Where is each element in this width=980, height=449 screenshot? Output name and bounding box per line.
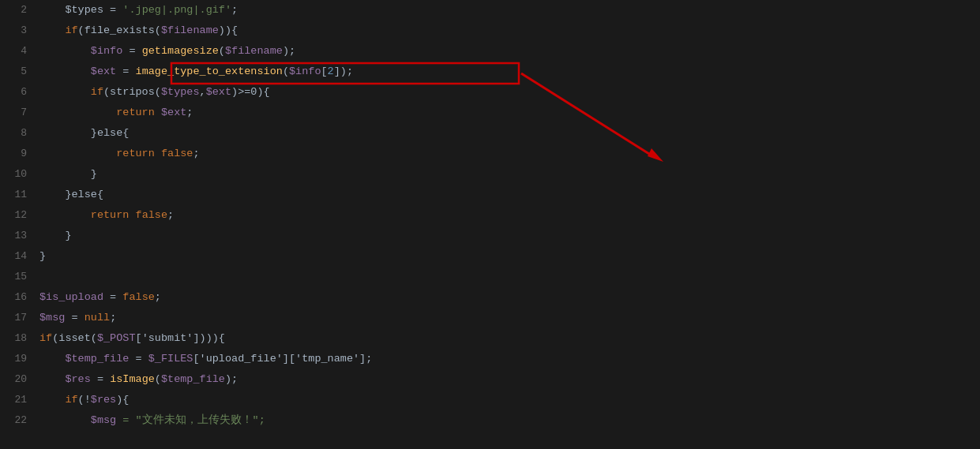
line-content: return false;	[39, 205, 174, 226]
code-lines: 2 $types = '.jpeg|.png|.gif';3 if(file_e…	[0, 0, 980, 431]
line-number: 17	[0, 308, 39, 328]
line-number: 8	[0, 123, 39, 144]
code-line: 19 $temp_file = $_FILES['upload_file']['…	[0, 349, 980, 369]
code-line: 12 return false;	[0, 205, 980, 226]
code-line: 17$msg = null;	[0, 308, 980, 328]
line-content: return false;	[39, 144, 200, 164]
line-content: }else{	[39, 123, 129, 144]
line-content: $info = getimagesize($filename);	[39, 41, 295, 62]
line-content	[39, 267, 46, 287]
line-number: 20	[0, 369, 39, 390]
line-number: 16	[0, 287, 39, 308]
code-line: 9 return false;	[0, 144, 980, 164]
code-line: 8 }else{	[0, 123, 980, 144]
code-line: 15	[0, 267, 980, 287]
code-line: 10 }	[0, 164, 980, 185]
line-number: 22	[0, 410, 39, 431]
line-content: $msg = "文件未知，上传失败！";	[39, 410, 265, 431]
line-content: $ext = image_type_to_extension($info[2])…	[39, 62, 353, 82]
line-number: 11	[0, 185, 39, 205]
line-content: $res = isImage($temp_file);	[39, 369, 238, 390]
code-line: 7 return $ext;	[0, 103, 980, 123]
line-content: if(!$res){	[39, 390, 129, 410]
line-number: 10	[0, 164, 39, 185]
line-number: 5	[0, 62, 39, 82]
line-content: }else{	[39, 185, 103, 205]
line-content: }	[39, 246, 46, 267]
line-number: 12	[0, 205, 39, 226]
line-content: $temp_file = $_FILES['upload_file']['tmp…	[39, 349, 372, 369]
line-number: 4	[0, 41, 39, 62]
line-number: 14	[0, 246, 39, 267]
line-content: }	[39, 226, 72, 246]
code-line: 22 $msg = "文件未知，上传失败！";	[0, 410, 980, 431]
code-line: 3 if(file_exists($filename)){	[0, 21, 980, 41]
line-number: 18	[0, 328, 39, 349]
line-number: 21	[0, 390, 39, 410]
line-content: $msg = null;	[39, 308, 116, 328]
code-line: 5 $ext = image_type_to_extension($info[2…	[0, 62, 980, 82]
code-line: 4 $info = getimagesize($filename);	[0, 41, 980, 62]
code-editor: 2 $types = '.jpeg|.png|.gif';3 if(file_e…	[0, 0, 980, 449]
line-number: 3	[0, 21, 39, 41]
code-line: 13 }	[0, 226, 980, 246]
line-number: 7	[0, 103, 39, 123]
code-line: 6 if(stripos($types,$ext)>=0){	[0, 82, 980, 103]
code-line: 21 if(!$res){	[0, 390, 980, 410]
line-content: $types = '.jpeg|.png|.gif';	[39, 0, 238, 21]
line-number: 6	[0, 82, 39, 103]
code-line: 18if(isset($_POST['submit']))){	[0, 328, 980, 349]
code-line: 11 }else{	[0, 185, 980, 205]
code-line: 20 $res = isImage($temp_file);	[0, 369, 980, 390]
line-content: return $ext;	[39, 103, 193, 123]
code-line: 16$is_upload = false;	[0, 287, 980, 308]
line-content: }	[39, 164, 97, 185]
line-number: 19	[0, 349, 39, 369]
line-content: if(isset($_POST['submit']))){	[39, 328, 225, 349]
line-number: 13	[0, 226, 39, 246]
line-content: $is_upload = false;	[39, 287, 161, 308]
line-content: if(file_exists($filename)){	[39, 21, 238, 41]
line-number: 2	[0, 0, 39, 21]
code-line: 14}	[0, 246, 980, 267]
line-number: 9	[0, 144, 39, 164]
line-content: if(stripos($types,$ext)>=0){	[39, 82, 270, 103]
line-number: 15	[0, 267, 39, 287]
code-line: 2 $types = '.jpeg|.png|.gif';	[0, 0, 980, 21]
